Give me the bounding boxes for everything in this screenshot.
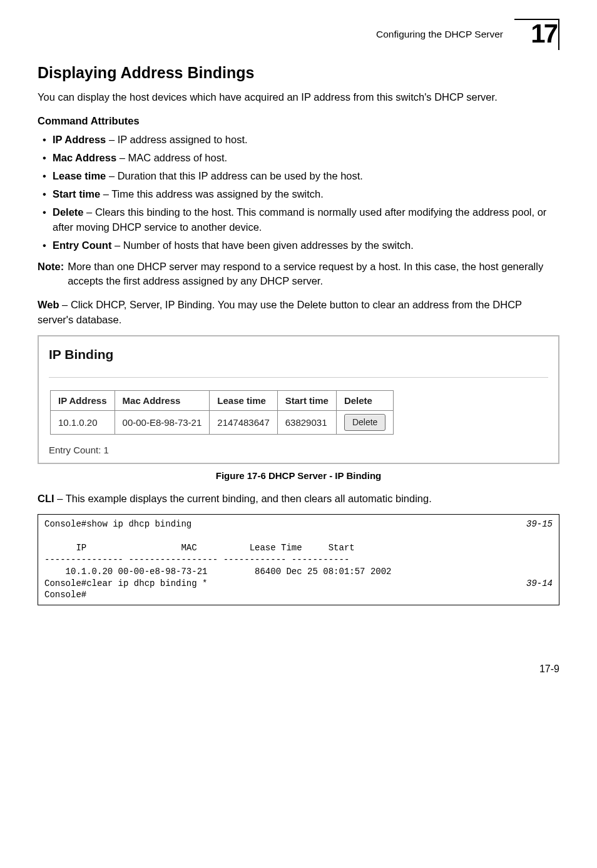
cell-delete: Delete (336, 411, 393, 434)
cell-start: 63829031 (277, 411, 336, 434)
attr-desc: – IP address assigned to host. (106, 134, 247, 145)
figure-title: IP Binding (49, 345, 548, 364)
attr-desc: – Time this address was assigned by the … (100, 188, 324, 199)
col-mac: Mac Address (115, 390, 210, 411)
col-start: Start time (277, 390, 336, 411)
col-ip: IP Address (51, 390, 115, 411)
list-item: Delete – Clears this binding to the host… (40, 205, 559, 235)
web-text: – Click DHCP, Server, IP Binding. You ma… (38, 299, 522, 325)
binding-table: IP Address Mac Address Lease time Start … (50, 390, 394, 435)
cell-ip: 10.1.0.20 (51, 411, 115, 434)
attr-term: Entry Count (53, 240, 111, 251)
note-label: Note: (38, 260, 64, 290)
list-item: Entry Count – Number of hosts that have … (40, 238, 559, 253)
col-delete: Delete (336, 390, 393, 411)
chapter-number: 17 (531, 15, 556, 53)
cli-line: 10.1.0.20 00-00-e8-98-73-21 86400 Dec 25… (44, 567, 392, 577)
attr-term: Start time (53, 188, 100, 199)
cli-paragraph: CLI – This example displays the current … (38, 492, 559, 507)
attr-term: IP Address (53, 134, 106, 145)
attr-desc: – Duration that this IP address can be u… (106, 170, 363, 181)
cli-line: IP MAC Lease Time Start (44, 543, 355, 553)
attr-desc: – Number of hosts that have been given a… (111, 240, 413, 251)
cli-ref: 39-15 (526, 518, 553, 530)
intro-paragraph: You can display the host devices which h… (38, 90, 559, 105)
list-item: Start time – Time this address was assig… (40, 187, 559, 202)
figure-ip-binding: IP Binding IP Address Mac Address Lease … (38, 335, 559, 464)
cli-output: Console#show ip dhcp binding39-15 IP MAC… (38, 514, 559, 605)
page-number: 17-9 (38, 662, 559, 676)
attr-desc: – Clears this binding to the host. This … (53, 206, 546, 233)
page-header: Configuring the DHCP Server 17 (38, 19, 559, 50)
note-block: Note: More than one DHCP server may resp… (38, 260, 559, 290)
cli-line: Console# (44, 590, 86, 600)
chapter-badge: 17 (514, 19, 559, 50)
list-item: IP Address – IP address assigned to host… (40, 133, 559, 148)
attr-desc: – MAC address of host. (116, 152, 227, 163)
attr-term: Mac Address (53, 152, 116, 163)
list-item: Lease time – Duration that this IP addre… (40, 169, 559, 184)
cell-lease: 2147483647 (210, 411, 277, 434)
cli-line: Console#show ip dhcp binding (44, 519, 191, 529)
badge-line-right (558, 19, 559, 50)
cli-line: Console#clear ip dhcp binding * (44, 578, 207, 588)
attr-term: Lease time (53, 170, 106, 181)
entry-count: Entry Count: 1 (49, 443, 548, 457)
web-lead: Web (38, 299, 59, 310)
table-row: 10.1.0.20 00-00-E8-98-73-21 2147483647 6… (51, 411, 394, 434)
attr-term: Delete (53, 206, 84, 218)
breadcrumb: Configuring the DHCP Server (376, 28, 503, 41)
attribute-list: IP Address – IP address assigned to host… (38, 133, 559, 253)
list-item: Mac Address – MAC address of host. (40, 151, 559, 166)
table-header-row: IP Address Mac Address Lease time Start … (51, 390, 394, 411)
note-body: More than one DHCP server may respond to… (68, 260, 559, 290)
command-attributes-heading: Command Attributes (38, 114, 559, 129)
cli-text: – This example displays the current bind… (54, 493, 432, 504)
cli-ref: 39-14 (526, 578, 553, 590)
web-paragraph: Web – Click DHCP, Server, IP Binding. Yo… (38, 298, 559, 328)
divider (49, 377, 548, 378)
cli-lead: CLI (38, 493, 54, 504)
cli-line: --------------- ----------------- ------… (44, 555, 349, 565)
delete-button[interactable]: Delete (344, 414, 385, 430)
figure-caption: Figure 17-6 DHCP Server - IP Binding (38, 469, 559, 483)
cell-mac: 00-00-E8-98-73-21 (115, 411, 210, 434)
section-heading: Displaying Address Bindings (38, 61, 559, 84)
col-lease: Lease time (210, 390, 277, 411)
